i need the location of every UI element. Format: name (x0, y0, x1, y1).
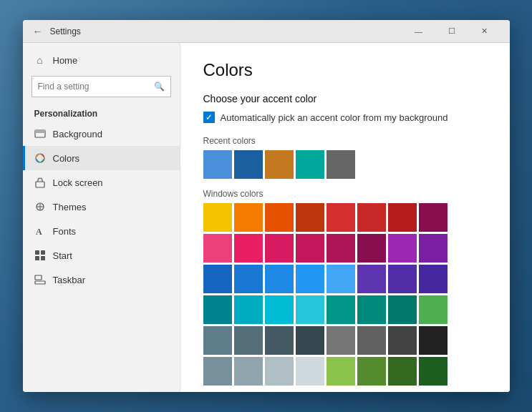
windows-color-swatch[interactable] (357, 295, 386, 324)
windows-color-swatch[interactable] (234, 234, 263, 263)
windows-color-swatch[interactable] (357, 203, 386, 232)
windows-color-swatch[interactable] (296, 203, 324, 232)
windows-color-swatch[interactable] (296, 265, 324, 293)
themes-icon (34, 201, 46, 212)
windows-color-swatch[interactable] (357, 265, 386, 293)
sidebar-item-lock-screen[interactable]: Lock screen (23, 170, 180, 195)
windows-color-swatch[interactable] (327, 234, 355, 263)
windows-color-swatch[interactable] (203, 203, 232, 232)
windows-color-swatch[interactable] (357, 234, 386, 263)
window-title: Settings (50, 26, 402, 36)
auto-accent-checkbox[interactable] (203, 112, 215, 123)
windows-color-swatch[interactable] (419, 265, 448, 293)
recent-colors-swatches (203, 150, 487, 179)
windows-color-swatch[interactable] (419, 357, 448, 386)
windows-color-swatch[interactable] (203, 295, 232, 324)
recent-color-swatch[interactable] (327, 150, 355, 179)
recent-color-swatch[interactable] (296, 150, 324, 179)
svg-rect-10 (35, 256, 39, 260)
sidebar-item-home[interactable]: ⌂ Home (23, 49, 180, 72)
maximize-button[interactable]: ☐ (435, 20, 468, 43)
recent-color-swatch[interactable] (265, 150, 294, 179)
windows-color-swatch[interactable] (327, 265, 355, 293)
colors-icon (34, 152, 46, 164)
windows-color-swatch[interactable] (327, 203, 355, 232)
windows-color-swatch[interactable] (265, 203, 294, 232)
windows-color-swatch[interactable] (234, 265, 263, 293)
auto-accent-row: Automatically pick an accent color from … (203, 112, 487, 123)
window-controls: — ☐ ✕ (402, 20, 501, 43)
search-input[interactable] (38, 82, 154, 92)
windows-color-swatch[interactable] (296, 357, 324, 386)
windows-color-swatch[interactable] (234, 203, 263, 232)
sidebar-themes-label: Themes (53, 202, 87, 212)
search-box[interactable]: 🔍 (32, 76, 171, 97)
windows-color-swatch[interactable] (296, 295, 324, 324)
windows-color-swatch[interactable] (419, 234, 448, 263)
windows-color-swatch[interactable] (327, 295, 355, 324)
sidebar-fonts-label: Fonts (53, 226, 77, 237)
windows-color-swatch[interactable] (388, 357, 417, 386)
windows-color-swatch[interactable] (388, 234, 417, 263)
back-button[interactable]: ← (32, 25, 44, 38)
sidebar-item-start[interactable]: Start (23, 243, 180, 268)
windows-colors-grid (203, 203, 487, 386)
windows-color-swatch[interactable] (327, 326, 355, 355)
windows-color-swatch[interactable] (388, 203, 417, 232)
settings-window: ← Settings — ☐ ✕ ⌂ Home 🔍 Personalizatio… (23, 20, 510, 392)
minimize-button[interactable]: — (402, 20, 435, 43)
svg-rect-1 (35, 130, 45, 133)
windows-color-swatch[interactable] (357, 357, 386, 386)
sidebar-item-colors[interactable]: Colors (23, 146, 180, 170)
windows-color-swatch[interactable] (388, 265, 417, 293)
windows-color-swatch[interactable] (265, 234, 294, 263)
lock-screen-icon (34, 177, 46, 188)
windows-color-swatch[interactable] (265, 357, 294, 386)
windows-color-swatch[interactable] (388, 326, 417, 355)
windows-color-swatch[interactable] (419, 295, 448, 324)
start-icon (34, 250, 46, 261)
windows-color-swatch[interactable] (265, 265, 294, 293)
sidebar-taskbar-label: Taskbar (53, 275, 86, 285)
title-bar: ← Settings — ☐ ✕ (23, 20, 510, 43)
windows-color-swatch[interactable] (388, 295, 417, 324)
main-content: Colors Choose your accent color Automati… (180, 43, 510, 392)
svg-rect-3 (36, 182, 44, 187)
windows-color-swatch[interactable] (357, 326, 386, 355)
windows-color-swatch[interactable] (265, 295, 294, 324)
sidebar-home-label: Home (53, 55, 78, 66)
recent-color-swatch[interactable] (234, 150, 263, 179)
windows-color-swatch[interactable] (234, 357, 263, 386)
windows-colors-label: Windows colors (203, 189, 487, 199)
svg-rect-8 (35, 250, 39, 255)
windows-color-swatch[interactable] (265, 326, 294, 355)
windows-color-swatch[interactable] (203, 326, 232, 355)
sidebar-lock-screen-label: Lock screen (53, 177, 103, 188)
windows-color-swatch[interactable] (296, 234, 324, 263)
sidebar-item-fonts[interactable]: A Fonts (23, 219, 180, 243)
sidebar-colors-label: Colors (53, 153, 80, 164)
windows-color-swatch[interactable] (234, 326, 263, 355)
windows-color-swatch[interactable] (234, 295, 263, 324)
windows-color-swatch[interactable] (327, 357, 355, 386)
taskbar-icon (34, 274, 46, 285)
fonts-icon: A (34, 225, 46, 237)
recent-color-swatch[interactable] (203, 150, 232, 179)
windows-color-swatch[interactable] (203, 234, 232, 263)
windows-color-swatch[interactable] (296, 326, 324, 355)
page-title: Colors (203, 60, 487, 80)
sidebar-item-taskbar[interactable]: Taskbar (23, 268, 180, 292)
svg-rect-13 (35, 275, 42, 280)
sidebar-section-label: Personalization (23, 104, 180, 122)
sidebar-item-background[interactable]: Background (23, 122, 180, 146)
background-icon (34, 128, 46, 139)
windows-color-swatch[interactable] (419, 326, 448, 355)
sidebar-item-themes[interactable]: Themes (23, 195, 180, 219)
svg-rect-9 (41, 250, 45, 255)
windows-color-swatch[interactable] (203, 357, 232, 386)
search-icon: 🔍 (154, 82, 165, 92)
content-area: ⌂ Home 🔍 Personalization Background (23, 43, 510, 392)
windows-color-swatch[interactable] (419, 203, 448, 232)
close-button[interactable]: ✕ (468, 20, 501, 43)
windows-color-swatch[interactable] (203, 265, 232, 293)
